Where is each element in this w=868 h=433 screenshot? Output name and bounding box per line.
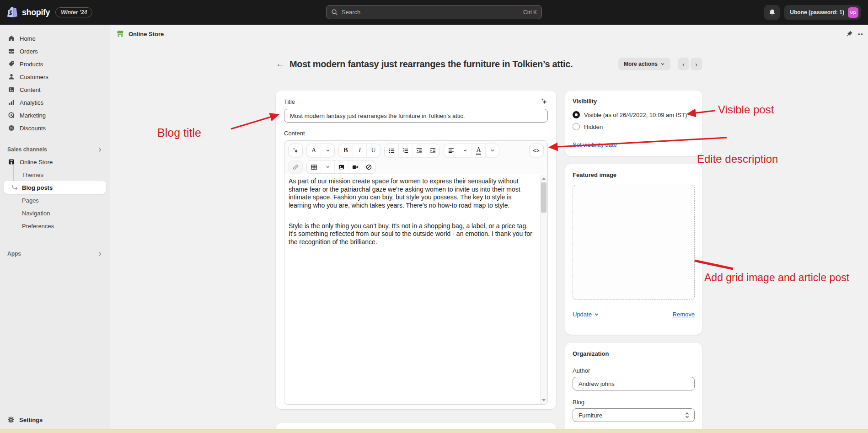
visibility-option-hidden[interactable]: Hidden bbox=[573, 123, 695, 130]
sidebar-item-preferences[interactable]: Preferences bbox=[4, 219, 106, 232]
notifications-button[interactable] bbox=[764, 5, 780, 20]
outdent-button[interactable] bbox=[412, 144, 426, 157]
radio-unselected-icon[interactable] bbox=[573, 123, 580, 130]
insert-image-button[interactable] bbox=[334, 160, 348, 173]
sidebar-item-label: Customers bbox=[20, 74, 48, 80]
page-header: ← Most modern fantasy just rearranges th… bbox=[276, 54, 702, 74]
featured-image-heading: Featured image bbox=[573, 171, 695, 178]
sidebar: Home Orders Products Customers Content A… bbox=[0, 25, 110, 433]
apps-header[interactable]: Apps bbox=[0, 248, 110, 260]
elbow-arrow-icon bbox=[12, 185, 18, 191]
bullet-list-button[interactable] bbox=[385, 144, 398, 157]
settings-label: Settings bbox=[19, 417, 43, 423]
table-chevron-icon[interactable] bbox=[321, 160, 334, 173]
ai-magic-button[interactable] bbox=[289, 144, 302, 157]
sidebar-item-analytics[interactable]: Analytics bbox=[4, 96, 106, 109]
sidebar-item-label: Marketing bbox=[20, 112, 46, 119]
content-label: Content bbox=[284, 130, 305, 137]
scrollbar-thumb[interactable] bbox=[541, 182, 547, 213]
brand-name: shopify bbox=[22, 8, 50, 17]
more-menu-icon[interactable]: •• bbox=[857, 30, 863, 38]
pin-icon[interactable] bbox=[846, 30, 853, 38]
alignment-button[interactable] bbox=[444, 144, 458, 157]
author-input[interactable] bbox=[573, 377, 695, 390]
update-image-button[interactable]: Update bbox=[573, 311, 599, 318]
back-button[interactable]: ← bbox=[276, 59, 289, 69]
editor-scrollbar[interactable] bbox=[540, 175, 547, 404]
html-code-view-button[interactable]: <> bbox=[530, 144, 543, 157]
visibility-option-visible[interactable]: Visible (as of 26/4/2022, 10:09 am IST) bbox=[573, 111, 695, 118]
featured-image-dropzone[interactable] bbox=[573, 185, 695, 300]
shopify-logo[interactable]: shopify bbox=[7, 6, 50, 19]
text-color-button[interactable]: A bbox=[472, 144, 485, 157]
sidebar-item-orders[interactable]: Orders bbox=[4, 45, 106, 58]
sidebar-item-discounts[interactable]: Discounts bbox=[4, 122, 106, 134]
paragraph-style-chevron-icon[interactable] bbox=[321, 144, 334, 157]
remove-image-link[interactable]: Remove bbox=[673, 311, 695, 318]
sidebar-item-products[interactable]: Products bbox=[4, 58, 106, 70]
insert-video-button[interactable] bbox=[348, 160, 362, 173]
search-shortcut: Ctrl K bbox=[523, 9, 537, 16]
sidebar-item-themes[interactable]: Themes bbox=[4, 168, 106, 181]
table-button[interactable] bbox=[307, 160, 321, 173]
blog-label: Blog bbox=[573, 399, 695, 406]
sub-item-label: Navigation bbox=[22, 210, 50, 217]
content-textarea[interactable]: As part of our mission create space for … bbox=[284, 174, 547, 404]
featured-image-card: Featured image Update Remove bbox=[565, 164, 702, 335]
title-input[interactable] bbox=[284, 109, 548, 123]
indent-button[interactable] bbox=[426, 144, 439, 157]
radio-label: Hidden bbox=[584, 123, 603, 130]
scroll-down-icon[interactable] bbox=[541, 397, 547, 403]
gear-icon bbox=[7, 416, 15, 423]
next-post-button[interactable]: › bbox=[691, 58, 702, 70]
bottom-strip bbox=[0, 429, 868, 433]
underline-button[interactable]: U bbox=[366, 144, 380, 157]
clear-formatting-button[interactable] bbox=[362, 160, 375, 173]
title-label: Title bbox=[284, 98, 295, 105]
bar-chart-icon bbox=[7, 99, 15, 106]
sidebar-item-content[interactable]: Content bbox=[4, 83, 106, 96]
target-icon bbox=[7, 112, 15, 119]
sidebar-item-label: Discounts bbox=[20, 125, 46, 132]
italic-button[interactable]: I bbox=[353, 144, 366, 157]
sidebar-item-pages[interactable]: Pages bbox=[4, 194, 106, 207]
search-icon bbox=[331, 9, 338, 16]
radio-label: Visible (as of 26/4/2022, 10:09 am IST) bbox=[584, 112, 687, 118]
sidebar-item-navigation[interactable]: Navigation bbox=[4, 207, 106, 219]
magic-sparkle-icon[interactable] bbox=[541, 98, 548, 105]
annotation-add-grid-image: Add grid image and article post bbox=[704, 272, 849, 284]
sidebar-item-online-store[interactable]: Online Store bbox=[4, 155, 106, 168]
sidebar-item-marketing[interactable]: Marketing bbox=[4, 109, 106, 122]
scroll-up-icon[interactable] bbox=[541, 175, 547, 182]
annotation-blog-title: Blog title bbox=[157, 126, 201, 139]
alignment-chevron-icon[interactable] bbox=[458, 144, 472, 157]
sidebar-item-label: Orders bbox=[20, 48, 38, 55]
sub-item-label: Blog posts bbox=[22, 184, 53, 191]
person-icon bbox=[7, 73, 15, 80]
bold-button[interactable]: B bbox=[339, 144, 353, 157]
user-menu-button[interactable]: Ubone (password: 1) U(1 bbox=[784, 5, 861, 20]
blog-select[interactable]: Furniture bbox=[573, 408, 695, 422]
sub-item-label: Themes bbox=[22, 171, 43, 178]
breadcrumb[interactable]: Online Store bbox=[116, 30, 164, 38]
global-search-input[interactable]: Search Ctrl K bbox=[326, 5, 542, 19]
link-button[interactable] bbox=[289, 160, 302, 173]
previous-post-button[interactable]: ‹ bbox=[678, 58, 689, 70]
home-icon bbox=[7, 35, 15, 42]
paragraph-style-button[interactable]: A bbox=[307, 144, 321, 157]
text-color-chevron-icon[interactable] bbox=[485, 144, 499, 157]
sales-channels-header[interactable]: Sales channels bbox=[0, 144, 110, 155]
radio-selected-icon[interactable] bbox=[573, 111, 580, 118]
sidebar-item-home[interactable]: Home bbox=[4, 32, 106, 45]
set-visibility-date-link[interactable]: Set visibility date bbox=[573, 141, 617, 148]
editor-toolbar-row-1: A B I U bbox=[284, 141, 547, 157]
sidebar-item-customers[interactable]: Customers bbox=[4, 70, 106, 83]
user-name: Ubone (password: 1) bbox=[790, 9, 844, 16]
content-paragraph: As part of our mission create space for … bbox=[289, 177, 535, 210]
sidebar-item-label: Content bbox=[20, 86, 41, 93]
sidebar-item-blog-posts[interactable]: Blog posts bbox=[4, 181, 106, 194]
winter24-badge[interactable]: Winter ’24 bbox=[55, 7, 92, 17]
more-actions-button[interactable]: More actions bbox=[618, 58, 670, 70]
sidebar-item-settings[interactable]: Settings bbox=[4, 413, 106, 427]
numbered-list-button[interactable] bbox=[398, 144, 412, 157]
